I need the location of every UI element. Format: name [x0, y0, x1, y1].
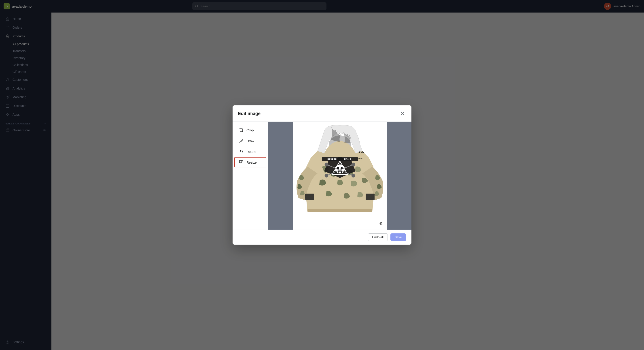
crop-label: Crop [246, 128, 254, 132]
modal-footer: Undo all Save [232, 230, 412, 245]
svg-rect-13 [240, 160, 242, 163]
close-icon [400, 111, 405, 116]
main-content: Search aA avada-demo Admin Edit image [52, 0, 644, 350]
undo-all-button[interactable]: Undo all [368, 233, 388, 241]
rotate-tool[interactable]: Rotate [234, 146, 266, 157]
modal-title: Edit image [238, 111, 260, 116]
close-button[interactable] [399, 110, 406, 117]
svg-text:Reaper: Reaper [356, 157, 364, 159]
svg-text:FISH R: FISH R [344, 158, 352, 161]
svg-rect-35 [308, 209, 372, 212]
modal-overlay: Edit image [52, 0, 644, 350]
rotate-icon [239, 149, 244, 154]
crop-icon [239, 128, 244, 133]
zoom-in-icon[interactable] [378, 220, 384, 227]
modal-header: Edit image [232, 105, 412, 122]
save-button[interactable]: Save [390, 233, 406, 241]
draw-label: Draw [246, 139, 254, 143]
edit-image-modal: Edit image [232, 105, 412, 245]
svg-point-25 [325, 163, 328, 166]
svg-rect-14 [241, 162, 243, 164]
rotate-label: Rotate [246, 150, 256, 154]
svg-point-28 [352, 174, 355, 177]
resize-icon [239, 160, 244, 165]
svg-rect-18 [366, 194, 374, 200]
resize-tool[interactable]: Resize [234, 157, 266, 167]
draw-tool[interactable]: Draw [234, 136, 266, 146]
tool-panel: Crop Draw [232, 122, 268, 230]
modal-body: Crop Draw [232, 122, 412, 230]
svg-point-26 [352, 163, 355, 166]
image-area: REAPER FISH R Fish Reaper [268, 122, 412, 230]
svg-rect-17 [305, 194, 314, 200]
crop-tool[interactable]: Crop [234, 125, 266, 135]
svg-text:REAPER: REAPER [327, 158, 337, 161]
image-container: REAPER FISH R Fish Reaper [293, 122, 387, 230]
resize-label: Resize [246, 160, 257, 164]
svg-point-27 [325, 174, 328, 177]
product-image: REAPER FISH R Fish Reaper [293, 122, 387, 229]
hoodie-illustration: REAPER FISH R Fish Reaper [293, 122, 387, 229]
svg-text:Fish: Fish [359, 151, 364, 154]
draw-icon [239, 138, 244, 143]
